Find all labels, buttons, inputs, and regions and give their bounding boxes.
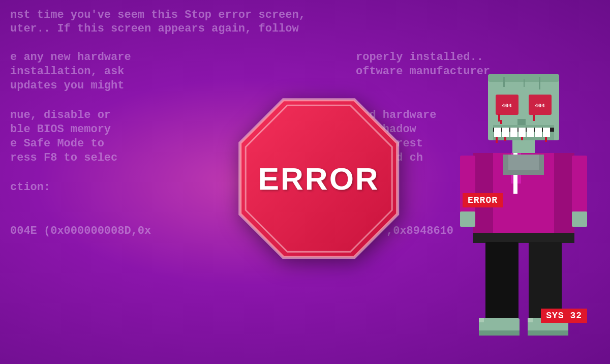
- svg-rect-58: [473, 233, 574, 243]
- svg-rect-56: [572, 156, 587, 217]
- svg-rect-33: [502, 128, 509, 137]
- stop-sign-container: ERROR: [232, 92, 405, 265]
- svg-rect-22: [503, 77, 505, 87]
- svg-rect-40: [504, 137, 506, 141]
- svg-text:404: 404: [502, 103, 512, 109]
- stop-sign-error-text: ERROR: [258, 161, 380, 197]
- svg-rect-42: [545, 137, 547, 142]
- character-sys32-badge: SYS 32: [541, 309, 587, 323]
- svg-rect-55: [460, 211, 475, 227]
- svg-rect-59: [485, 242, 518, 323]
- stop-sign: ERROR: [232, 92, 405, 265]
- character-container: 404 404: [458, 69, 590, 364]
- svg-rect-37: [535, 128, 542, 137]
- svg-rect-30: [517, 119, 526, 125]
- svg-rect-45: [533, 115, 535, 121]
- svg-text:404: 404: [535, 103, 545, 109]
- svg-rect-66: [528, 318, 533, 322]
- svg-rect-64: [528, 330, 568, 336]
- svg-rect-63: [479, 330, 520, 336]
- svg-rect-38: [543, 128, 550, 137]
- svg-rect-57: [572, 211, 587, 227]
- svg-rect-51: [554, 153, 574, 234]
- svg-rect-46: [512, 140, 535, 155]
- svg-rect-32: [494, 128, 501, 137]
- svg-rect-36: [527, 128, 534, 137]
- svg-rect-34: [510, 128, 517, 137]
- svg-rect-35: [518, 128, 526, 137]
- svg-rect-54: [460, 156, 475, 217]
- svg-rect-39: [496, 137, 498, 143]
- svg-rect-23: [539, 77, 540, 89]
- character-error-badge: ERROR: [463, 193, 503, 207]
- svg-rect-43: [498, 114, 500, 122]
- svg-rect-65: [479, 318, 484, 322]
- svg-rect-24: [524, 79, 525, 87]
- svg-rect-44: [500, 120, 502, 124]
- svg-rect-53: [508, 155, 539, 170]
- content-layer: ERROR 404 404: [0, 0, 610, 364]
